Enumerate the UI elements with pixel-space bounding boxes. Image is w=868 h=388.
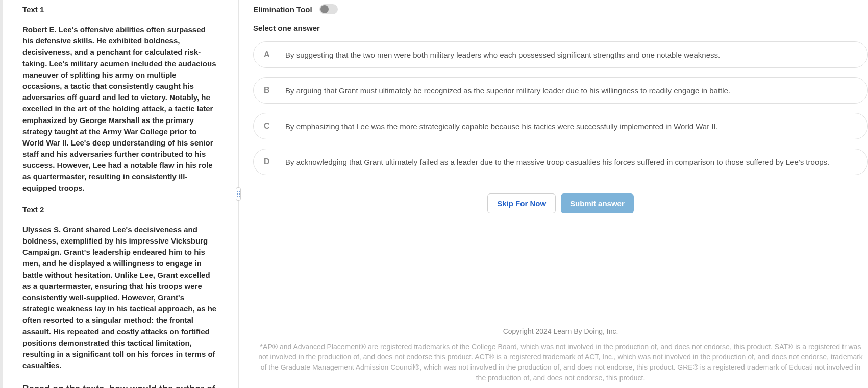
panel-divider bbox=[236, 0, 241, 388]
action-buttons: Skip For Now Submit answer bbox=[253, 193, 868, 213]
footer: Copyright 2024 Learn By Doing, Inc. *AP®… bbox=[253, 256, 868, 383]
passage-panel: Text 1 Robert E. Lee's offensive abiliti… bbox=[0, 0, 236, 388]
drag-dots-icon bbox=[237, 191, 240, 197]
text-1-body: Robert E. Lee's offensive abilities ofte… bbox=[22, 24, 217, 194]
answer-option-b[interactable]: B By arguing that Grant must ultimately … bbox=[253, 77, 868, 104]
answer-letter: B bbox=[264, 86, 272, 95]
answer-letter: D bbox=[264, 157, 272, 166]
elimination-tool-label: Elimination Tool bbox=[253, 5, 312, 14]
footer-legal-text: *AP® and Advanced Placement® are registe… bbox=[253, 342, 868, 383]
resize-handle[interactable] bbox=[236, 187, 241, 201]
submit-button[interactable]: Submit answer bbox=[561, 193, 634, 213]
text-1-heading: Text 1 bbox=[22, 5, 217, 14]
answer-option-d[interactable]: D By acknowledging that Grant ultimately… bbox=[253, 149, 868, 175]
select-one-label: Select one answer bbox=[253, 23, 868, 32]
question-prompt: Based on the texts, how would the author… bbox=[22, 382, 217, 388]
answer-text: By emphasizing that Lee was the more str… bbox=[285, 121, 718, 132]
toggle-knob bbox=[320, 5, 329, 13]
answer-letter: A bbox=[264, 50, 272, 59]
footer-copyright: Copyright 2024 Learn By Doing, Inc. bbox=[253, 327, 868, 335]
answer-letter: C bbox=[264, 122, 272, 131]
answer-list: A By suggesting that the two men were bo… bbox=[253, 41, 868, 175]
answer-text: By suggesting that the two men were both… bbox=[285, 50, 720, 60]
text-2-body: Ulysses S. Grant shared Lee's decisivene… bbox=[22, 224, 217, 371]
answer-option-c[interactable]: C By emphasizing that Lee was the more s… bbox=[253, 113, 868, 139]
answer-text: By acknowledging that Grant ultimately f… bbox=[285, 157, 829, 167]
answer-text: By arguing that Grant must ultimately be… bbox=[285, 85, 730, 96]
answer-panel: Elimination Tool Select one answer A By … bbox=[241, 0, 868, 388]
skip-button[interactable]: Skip For Now bbox=[487, 193, 556, 213]
answer-option-a[interactable]: A By suggesting that the two men were bo… bbox=[253, 41, 868, 68]
elimination-tool-row: Elimination Tool bbox=[253, 4, 868, 14]
elimination-toggle[interactable] bbox=[319, 4, 338, 14]
text-2-heading: Text 2 bbox=[22, 205, 217, 214]
